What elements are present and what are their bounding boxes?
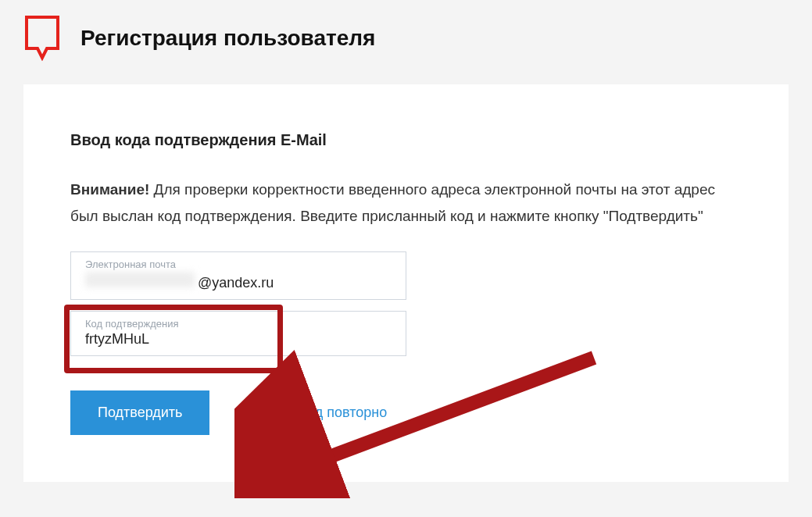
notice-text: Внимание! Для проверки корректности введ…: [70, 176, 742, 230]
code-input[interactable]: [85, 331, 392, 348]
code-label: Код подтверждения: [85, 318, 392, 330]
section-heading: Ввод кода подтверждения E-Mail: [70, 131, 742, 149]
notice-strong: Внимание!: [70, 181, 149, 198]
email-label: Электронная почта: [85, 258, 392, 270]
email-redacted: [85, 272, 195, 287]
confirm-button[interactable]: Подтвердить: [70, 390, 209, 435]
page-header: Регистрация пользователя: [0, 0, 812, 84]
resend-link[interactable]: Выслать код повторно: [241, 405, 387, 421]
notice-body: Для проверки корректности введенного адр…: [70, 181, 715, 224]
email-suffix: @yandex.ru: [198, 275, 274, 291]
logo-icon: [23, 16, 61, 61]
content-card: Ввод кода подтверждения E-Mail Внимание!…: [23, 84, 789, 482]
code-field-group[interactable]: Код подтверждения: [70, 311, 406, 356]
email-field-group[interactable]: Электронная почта @yandex.ru: [70, 251, 406, 300]
action-row: Подтвердить Выслать код повторно: [70, 390, 742, 435]
page-title: Регистрация пользователя: [80, 26, 375, 51]
